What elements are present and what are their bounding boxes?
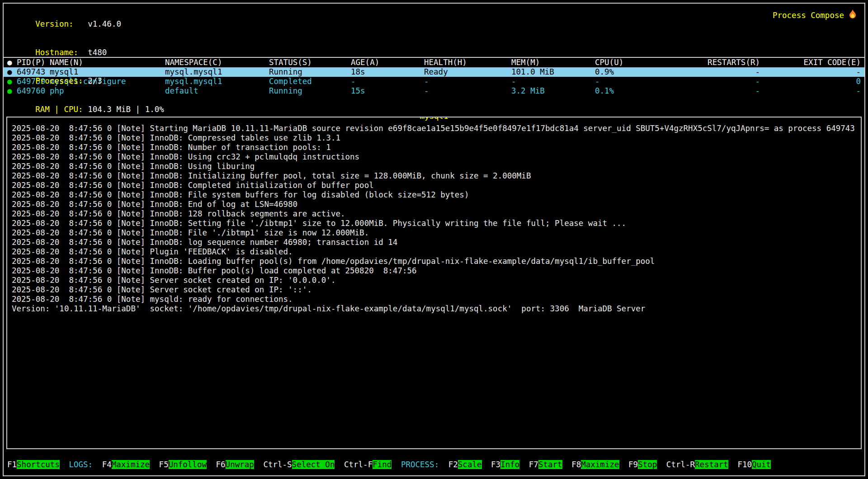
shortcut-label: Unfollow	[169, 460, 207, 469]
shortcut-f3-info[interactable]: F3Info	[491, 460, 519, 470]
shortcut-key: F4	[102, 460, 112, 469]
log-line: 2025-08-20 8:47:56 0 [Note] InnoDB: Comp…	[12, 133, 857, 143]
app-title: Process Compose	[773, 9, 857, 22]
log-line: 2025-08-20 8:47:56 0 [Note] InnoDB: End …	[12, 200, 857, 209]
shortcut-f9-stop[interactable]: F9Stop	[628, 460, 657, 470]
shortcut-key: F1	[7, 460, 17, 469]
header-field-value: v1.46.0	[88, 19, 121, 28]
header-field-value: 2/3	[88, 76, 102, 85]
log-panel-title: mysql1	[419, 117, 448, 121]
shortcut-key: F7	[529, 460, 538, 469]
shortcut-label: Start	[538, 460, 562, 469]
shortcut-label: Select On	[292, 460, 335, 469]
shortcut-ctrl-r-restart[interactable]: Ctrl-RRestart	[666, 460, 728, 470]
log-line: 2025-08-20 8:47:56 0 [Note] InnoDB: log …	[12, 238, 857, 247]
log-line: 2025-08-20 8:47:56 0 [Note] InnoDB: Numb…	[12, 143, 857, 152]
status-bar-section-logs: LOGS:	[69, 460, 93, 470]
shortcut-label: Unwrap	[226, 460, 254, 469]
shortcut-label: Maximize	[112, 460, 150, 469]
log-line: 2025-08-20 8:47:56 0 [Note] InnoDB: Comp…	[12, 181, 857, 190]
log-line: 2025-08-20 8:47:56 0 [Note] InnoDB: Usin…	[12, 162, 857, 171]
shortcut-f1-shortcuts[interactable]: F1Shortcuts	[7, 460, 60, 470]
log-line: 2025-08-20 8:47:56 0 [Note] InnoDB: Sett…	[12, 219, 857, 228]
log-line: 2025-08-20 8:47:56 0 [Note] InnoDB: Usin…	[12, 152, 857, 162]
header: Version:v1.46.0 Hostname:t480 Processes:…	[4, 4, 864, 57]
status-bar-section-process: PROCESS:	[401, 460, 439, 470]
header-field-label: Version:	[35, 19, 88, 29]
shortcut-key: Ctrl-R	[666, 460, 695, 469]
shortcut-f2-scale[interactable]: F2Scale	[448, 460, 482, 470]
shortcut-label: Quit	[752, 460, 771, 469]
header-field-value: 104.3 MiB | 1.0%	[88, 105, 164, 114]
shortcut-key: F8	[571, 460, 581, 469]
header-field-label: Processes:	[35, 76, 88, 86]
header-field-label: RAM | CPU:	[35, 105, 88, 114]
shortcut-key: Ctrl-S	[263, 460, 292, 469]
log-line: 2025-08-20 8:47:56 0 [Note] InnoDB: Init…	[12, 171, 857, 181]
process-compose-app: Version:v1.46.0 Hostname:t480 Processes:…	[3, 3, 865, 476]
shortcut-key: F6	[216, 460, 226, 469]
log-panel[interactable]: mysql1 2025-08-20 8:47:56 0 [Note] Start…	[6, 117, 862, 449]
shortcut-key: F2	[448, 460, 458, 469]
log-line: 2025-08-20 8:47:56 0 [Note] InnoDB: File…	[12, 190, 857, 200]
shortcut-label: Restart	[695, 460, 728, 469]
shortcut-label: Stop	[638, 460, 657, 469]
flame-icon	[848, 9, 857, 22]
shortcut-ctrl-f-find[interactable]: Ctrl-FFind	[344, 460, 392, 470]
status-bar: F1Shortcuts LOGS: F4Maximize F5Unfollow …	[4, 460, 864, 470]
app-title-text: Process Compose	[773, 10, 844, 21]
log-line: Version: '10.11.11-MariaDB' socket: '/ho…	[12, 304, 857, 314]
log-line: 2025-08-20 8:47:56 0 [Note] Plugin 'FEED…	[12, 247, 857, 257]
log-line: 2025-08-20 8:47:56 0 [Note] Server socke…	[12, 276, 857, 285]
log-line: 2025-08-20 8:47:56 0 [Note] Server socke…	[12, 285, 857, 295]
shortcut-f7-start[interactable]: F7Start	[529, 460, 562, 470]
header-field-label: Hostname:	[35, 48, 88, 57]
log-line: 2025-08-20 8:47:56 0 [Note] InnoDB: Load…	[12, 257, 857, 266]
shortcut-key: F10	[737, 460, 752, 469]
shortcut-key: Ctrl-F	[344, 460, 373, 469]
shortcut-key: F5	[159, 460, 169, 469]
header-field-version: Version:v1.46.0	[7, 10, 858, 38]
shortcut-f5-unfollow[interactable]: F5Unfollow	[159, 460, 207, 470]
shortcut-key: F3	[491, 460, 500, 469]
shortcut-f4-maximize[interactable]: F4Maximize	[102, 460, 150, 470]
log-line: 2025-08-20 8:47:56 0 [Note] InnoDB: Buff…	[12, 266, 857, 276]
shortcut-label: Shortcuts	[17, 460, 60, 469]
log-line: 2025-08-20 8:47:56 0 [Note] mysqld: read…	[12, 295, 857, 304]
shortcut-label: Info	[500, 460, 519, 469]
shortcut-f8-maximize[interactable]: F8Maximize	[571, 460, 619, 470]
shortcut-label: Find	[373, 460, 392, 469]
shortcut-key: F9	[628, 460, 638, 469]
header-field-hostname: Hostname:t480	[7, 38, 858, 67]
log-line: 2025-08-20 8:47:56 0 [Note] InnoDB: File…	[12, 228, 857, 238]
shortcut-ctrl-s-select-on[interactable]: Ctrl-SSelect On	[263, 460, 335, 470]
header-field-processes: Processes:2/3	[7, 67, 858, 95]
shortcut-label: Scale	[458, 460, 482, 469]
shortcut-label: Maximize	[581, 460, 619, 469]
shortcut-f10-quit[interactable]: F10Quit	[737, 460, 771, 470]
log-line: 2025-08-20 8:47:56 0 [Note] Starting Mar…	[12, 124, 857, 133]
log-line: 2025-08-20 8:47:56 0 [Note] InnoDB: 128 …	[12, 209, 857, 219]
shortcut-f6-unwrap[interactable]: F6Unwrap	[216, 460, 254, 470]
header-field-value: t480	[88, 48, 107, 57]
